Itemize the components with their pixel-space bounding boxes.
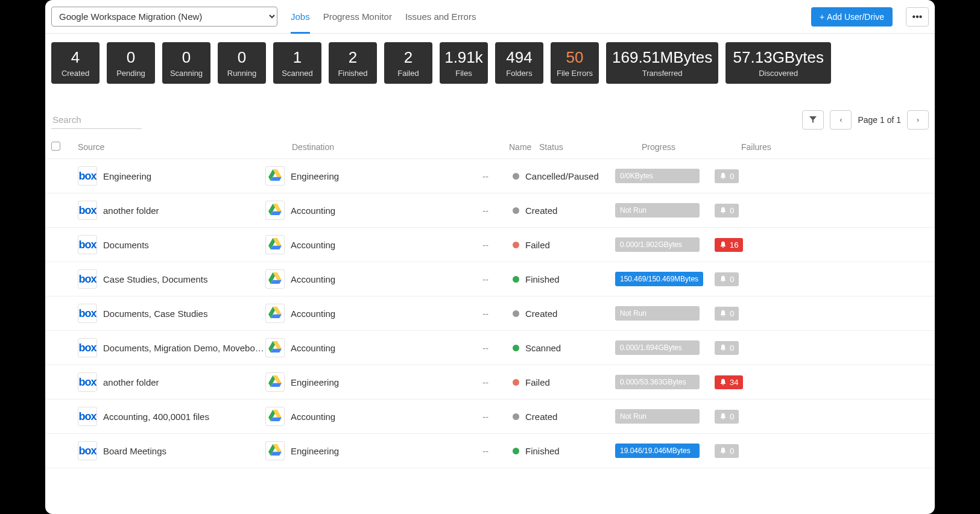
source-text: another folder [103, 205, 159, 216]
cell-progress: 0.000/1.694GBytes [615, 340, 715, 355]
stat-value: 0 [109, 49, 153, 65]
bell-icon [719, 207, 727, 214]
cell-name: -- [482, 343, 513, 353]
stat-folders[interactable]: 494Folders [495, 42, 543, 84]
stat-transferred[interactable]: 169.51MBytesTransferred [606, 42, 718, 84]
cell-failures: 0 [715, 410, 763, 424]
table-row[interactable]: boxanother folderEngineering--Failed0.00… [45, 365, 935, 400]
status-dot [513, 173, 519, 180]
cell-progress: 150.469/150.469MBytes [615, 272, 715, 286]
status-text: Created [525, 412, 557, 422]
tab-issues-and-errors[interactable]: Issues and Errors [405, 7, 476, 27]
dest-text: Accounting [291, 205, 335, 216]
source-provider-icon: box [78, 269, 97, 289]
cell-progress: Not Run [615, 306, 715, 321]
cell-destination: Accounting [265, 304, 482, 323]
failures-count: 0 [730, 275, 734, 284]
col-status[interactable]: Status [539, 142, 642, 152]
table-row[interactable]: boxanother folderAccounting--CreatedNot … [45, 193, 935, 228]
tab-progress-monitor[interactable]: Progress Monitor [323, 7, 392, 27]
bell-icon [719, 310, 727, 317]
stat-label: Transferred [612, 69, 712, 78]
cell-status: Cancelled/Paused [513, 171, 615, 181]
box-icon: box [78, 204, 96, 217]
stat-created[interactable]: 4Created [51, 42, 100, 84]
source-text: Documents, Migration Demo, Movebo… [103, 343, 264, 353]
stat-files[interactable]: 1.91kFiles [440, 42, 488, 84]
table-row[interactable]: boxBoard MeetingsEngineering--Finished19… [45, 434, 935, 468]
stat-running[interactable]: 0Running [218, 42, 266, 84]
col-progress[interactable]: Progress [642, 142, 741, 152]
failures-badge[interactable]: 0 [715, 341, 739, 355]
google-drive-icon [268, 238, 282, 252]
stat-failed[interactable]: 2Failed [384, 42, 432, 84]
source-provider-icon: box [78, 235, 97, 254]
failures-badge[interactable]: 0 [715, 307, 739, 321]
status-dot [513, 276, 519, 283]
cell-status: Failed [513, 377, 615, 387]
failures-count: 0 [730, 309, 734, 318]
stat-label: Files [442, 69, 485, 78]
cell-name: -- [482, 377, 513, 387]
stat-discovered[interactable]: 57.13GBytesDiscovered [726, 42, 831, 84]
add-user-drive-button[interactable]: + Add User/Drive [811, 7, 893, 27]
table-row[interactable]: boxAccounting, 400,0001 filesAccounting-… [45, 400, 935, 434]
stat-value: 494 [498, 49, 541, 65]
status-dot [513, 413, 519, 420]
failures-badge[interactable]: 0 [715, 272, 739, 286]
source-provider-icon: box [78, 166, 97, 186]
bell-icon [719, 275, 727, 283]
table-row[interactable]: boxDocuments, Migration Demo, Movebo…Acc… [45, 331, 935, 365]
cell-destination: Accounting [265, 269, 482, 289]
stat-file-errors[interactable]: 50File Errors [551, 42, 599, 84]
cell-progress: Not Run [615, 409, 715, 424]
google-drive-icon [268, 169, 282, 183]
status-text: Created [525, 205, 557, 216]
cell-destination: Accounting [265, 407, 482, 426]
dest-text: Engineering [291, 446, 339, 456]
dest-text: Accounting [291, 240, 335, 250]
failures-badge[interactable]: 0 [715, 169, 739, 183]
source-provider-icon: box [78, 201, 97, 220]
failures-badge[interactable]: 0 [715, 204, 739, 218]
progress-badge: 150.469/150.469MBytes [615, 272, 703, 286]
google-drive-icon [268, 410, 282, 424]
source-text: Documents [103, 240, 149, 250]
filter-icon [809, 116, 817, 124]
cell-source: boxDocuments, Case Studies [51, 304, 265, 323]
stat-scanned[interactable]: 1Scanned [273, 42, 321, 84]
box-icon: box [78, 170, 96, 183]
table-row[interactable]: boxEngineeringEngineering--Cancelled/Pau… [45, 159, 935, 193]
tab-jobs[interactable]: Jobs [291, 7, 310, 27]
google-drive-icon [268, 272, 282, 286]
filter-button[interactable] [802, 110, 824, 130]
select-all-checkbox[interactable] [51, 142, 60, 151]
table-row[interactable]: boxCase Studies, DocumentsAccounting--Fi… [45, 262, 935, 296]
cell-source: boxanother folder [51, 201, 265, 220]
source-provider-icon: box [78, 441, 97, 460]
bell-icon [719, 172, 727, 180]
table-row[interactable]: boxDocumentsAccounting--Failed0.000/1.90… [45, 228, 935, 262]
project-select[interactable]: Google Workspace Migration (New) [51, 7, 277, 27]
stat-finished[interactable]: 2Finished [329, 42, 377, 84]
col-destination[interactable]: Destination [292, 142, 509, 152]
failures-badge[interactable]: 16 [715, 238, 743, 252]
stat-pending[interactable]: 0Pending [107, 42, 155, 84]
failures-badge[interactable]: 0 [715, 410, 739, 424]
failures-badge[interactable]: 34 [715, 375, 743, 389]
stat-scanning[interactable]: 0Scanning [162, 42, 210, 84]
search-input[interactable] [51, 111, 142, 129]
progress-badge: 0.000/53.363GBytes [615, 375, 700, 389]
more-menu-button[interactable]: ••• [906, 7, 929, 27]
prev-page-button[interactable]: ‹ [830, 110, 852, 130]
failures-count: 0 [730, 412, 734, 421]
col-failures[interactable]: Failures [741, 142, 789, 152]
failures-badge[interactable]: 0 [715, 444, 739, 458]
col-source[interactable]: Source [78, 142, 292, 152]
stat-label: Running [220, 69, 264, 78]
next-page-button[interactable]: › [907, 110, 929, 130]
table-row[interactable]: boxDocuments, Case StudiesAccounting--Cr… [45, 296, 935, 331]
cell-failures: 0 [715, 307, 763, 321]
col-name[interactable]: Name [509, 142, 539, 152]
stat-label: Pending [109, 69, 153, 78]
